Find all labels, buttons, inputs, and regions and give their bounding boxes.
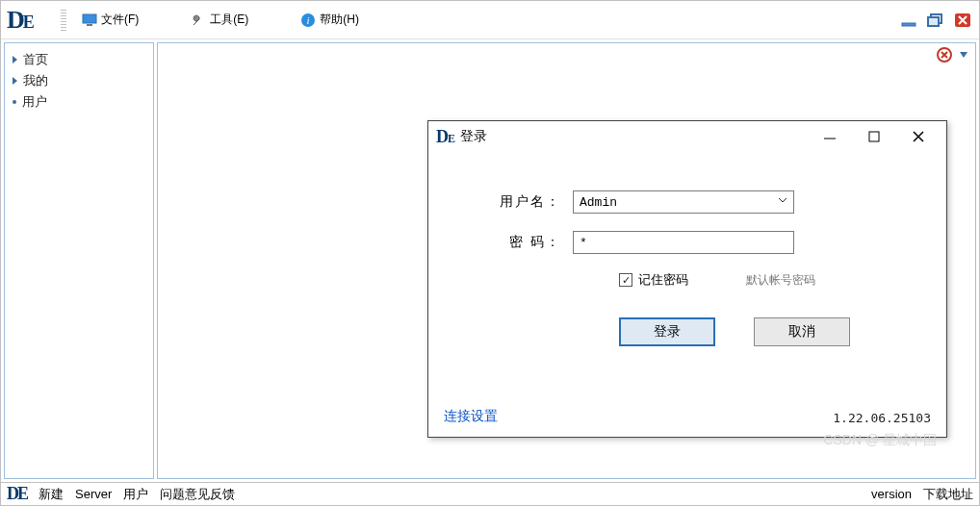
dialog-minimize-icon[interactable] xyxy=(821,128,838,145)
menu-help[interactable]: i 帮助(H) xyxy=(293,7,367,34)
remember-label: 记住密码 xyxy=(638,271,688,289)
statusbar: DE 新建 Server 用户 问题意见反馈 version 下载地址 xyxy=(1,482,979,505)
checkbox-icon: ✓ xyxy=(619,273,632,287)
close-icon[interactable] xyxy=(952,12,973,29)
menu-file-label: 文件(F) xyxy=(101,12,139,28)
sidebar-item-label: 首页 xyxy=(23,51,48,68)
app-logo-status: DE xyxy=(7,484,27,504)
remember-checkbox[interactable]: ✓ 记住密码 xyxy=(619,271,688,289)
sidebar-item-home[interactable]: 首页 xyxy=(9,49,149,70)
status-download[interactable]: 下载地址 xyxy=(923,486,973,503)
default-hint: 默认帐号密码 xyxy=(746,272,815,289)
dialog-close-icon[interactable] xyxy=(910,128,927,145)
status-feedback[interactable]: 问题意见反馈 xyxy=(160,486,235,503)
menu-file[interactable]: 文件(F) xyxy=(74,7,146,34)
monitor-icon xyxy=(82,13,97,28)
divider-icon xyxy=(61,10,66,31)
password-label: 密 码： xyxy=(467,234,573,251)
main-panel: DE 登录 用户名： xyxy=(157,42,976,479)
svg-rect-2 xyxy=(87,24,92,26)
menubar: DE 文件(F) 工具(E) i 帮助(H) xyxy=(1,1,979,39)
svg-rect-0 xyxy=(83,14,96,23)
dialog-body: 用户名： 密 码： ✓ 记住密码 xyxy=(428,152,946,356)
triangle-icon xyxy=(13,77,17,85)
dialog-titlebar: DE 登录 xyxy=(428,121,946,152)
main-top-icons xyxy=(937,47,969,63)
username-select[interactable] xyxy=(573,190,794,214)
window-controls-main xyxy=(898,12,973,29)
login-button[interactable]: 登录 xyxy=(619,317,715,346)
version-text: 1.22.06.25103 xyxy=(833,411,931,425)
wrench-icon xyxy=(191,13,206,28)
svg-rect-8 xyxy=(928,17,939,26)
info-icon: i xyxy=(300,13,316,28)
app-logo-small: DE xyxy=(436,127,454,147)
sidebar: 首页 我的 用户 xyxy=(4,42,154,479)
login-dialog: DE 登录 用户名： xyxy=(427,120,947,438)
sidebar-item-user[interactable]: 用户 xyxy=(9,91,149,113)
body: 首页 我的 用户 DE xyxy=(1,39,979,482)
connection-settings-link[interactable]: 连接设置 xyxy=(444,408,498,425)
username-label: 用户名： xyxy=(467,193,573,211)
menu-tools-label: 工具(E) xyxy=(210,12,248,28)
error-icon[interactable] xyxy=(937,47,952,63)
password-input[interactable] xyxy=(573,231,794,254)
status-version-label: version xyxy=(871,487,912,501)
svg-text:i: i xyxy=(307,14,310,26)
dialog-title: 登录 xyxy=(460,128,487,145)
cancel-button[interactable]: 取消 xyxy=(754,317,850,346)
sidebar-item-mine[interactable]: 我的 xyxy=(9,70,149,91)
menu-help-label: 帮助(H) xyxy=(320,12,359,28)
username-input[interactable] xyxy=(573,190,794,214)
dot-icon xyxy=(13,100,16,104)
sidebar-item-label: 用户 xyxy=(22,93,47,111)
app-logo: DE xyxy=(7,5,53,36)
status-user[interactable]: 用户 xyxy=(123,486,148,503)
svg-rect-12 xyxy=(869,132,879,141)
menu-tools[interactable]: 工具(E) xyxy=(183,7,256,34)
sidebar-item-label: 我的 xyxy=(23,72,48,89)
dialog-maximize-icon[interactable] xyxy=(865,128,883,145)
triangle-icon xyxy=(13,56,17,63)
restore-icon[interactable] xyxy=(925,12,946,29)
status-new[interactable]: 新建 xyxy=(39,486,64,503)
dropdown-icon[interactable] xyxy=(958,49,969,61)
status-server[interactable]: Server xyxy=(75,487,112,501)
minimize-icon[interactable] xyxy=(898,12,919,29)
